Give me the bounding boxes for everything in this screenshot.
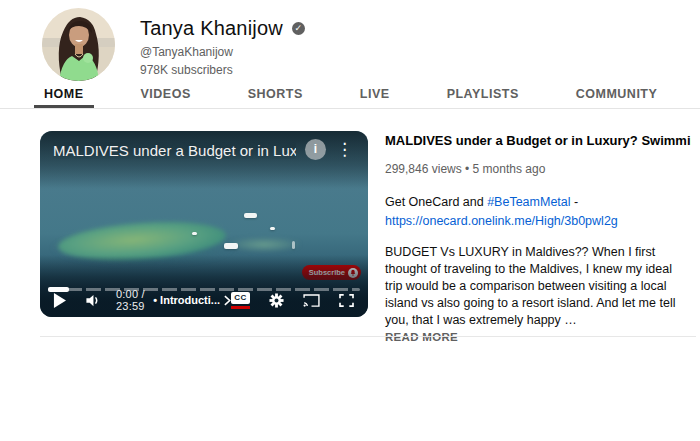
- channel-handle: @TanyaKhanijow: [140, 45, 305, 59]
- tab-playlists[interactable]: PLAYLISTS: [437, 83, 529, 108]
- captions-on-indicator: [231, 306, 250, 309]
- channel-avatar[interactable]: [42, 8, 115, 81]
- chapter-chevron-icon[interactable]: [224, 295, 231, 306]
- read-more-button[interactable]: READ MORE: [385, 331, 691, 343]
- settings-gear-icon[interactable]: [269, 293, 284, 308]
- boat: [270, 227, 275, 230]
- youtube-channel-page: { "header": { "channel_name": "Tanya Kha…: [0, 0, 700, 441]
- sandbar: [228, 237, 300, 252]
- featured-video-player[interactable]: MALDIVES under a Budget or in Luxu... i …: [40, 131, 368, 317]
- more-options-icon[interactable]: ⋮: [336, 139, 353, 160]
- hashtag-link[interactable]: #BeTeamMetal: [487, 195, 570, 209]
- promo-suffix: -: [571, 195, 579, 209]
- info-icon[interactable]: i: [305, 139, 326, 160]
- captions-button[interactable]: CC: [231, 292, 250, 309]
- fullscreen-icon[interactable]: [339, 294, 354, 307]
- tab-shorts[interactable]: SHORTS: [238, 83, 313, 108]
- video-info-column: MALDIVES under a Budget or in Luxury? Sw…: [385, 133, 691, 343]
- promo-text: Get OneCard and: [385, 195, 487, 209]
- channel-name: Tanya Khanijow: [140, 17, 283, 40]
- player-right-controls: CC: [231, 292, 354, 309]
- channel-header: Tanya Khanijow ✓ @TanyaKhanijow 978K sub…: [42, 8, 305, 81]
- boat: [244, 213, 257, 218]
- channel-tab-bar: HOME VIDEOS SHORTS LIVE PLAYLISTS COMMUN…: [0, 83, 700, 109]
- cc-icon: CC: [231, 292, 250, 304]
- boat: [224, 243, 238, 249]
- player-video-title[interactable]: MALDIVES under a Budget or in Luxu...: [53, 142, 296, 159]
- boat: [192, 232, 197, 235]
- subscriber-count: 978K subscribers: [140, 63, 305, 77]
- boat-wake: [292, 241, 295, 249]
- time-display: 0:00 / 23:59: [116, 288, 146, 312]
- channel-meta: Tanya Khanijow ✓ @TanyaKhanijow 978K sub…: [140, 8, 305, 81]
- promo-url-link[interactable]: https://onecard.onelink.me/High/3b0pwl2g: [385, 214, 618, 228]
- volume-icon[interactable]: [85, 293, 100, 308]
- video-title[interactable]: MALDIVES under a Budget or in Luxury? Sw…: [385, 133, 691, 148]
- tab-live[interactable]: LIVE: [350, 83, 400, 108]
- tab-videos[interactable]: VIDEOS: [131, 83, 201, 108]
- section-divider: [40, 336, 696, 337]
- verified-badge-icon: ✓: [292, 22, 305, 35]
- video-description: BUDGET Vs LUXURY in Maldives?? When I fi…: [385, 244, 681, 329]
- description-promo: Get OneCard and #BeTeamMetal - https://o…: [385, 193, 691, 231]
- tab-home[interactable]: HOME: [34, 83, 94, 108]
- avatar-image: [42, 8, 115, 81]
- video-meta: 299,846 views • 5 months ago: [385, 162, 691, 176]
- cast-icon[interactable]: [303, 294, 320, 307]
- player-controls: 0:00 / 23:59 • Introducti... CC: [40, 289, 368, 317]
- tab-community[interactable]: COMMUNITY: [566, 83, 668, 108]
- chapter-title[interactable]: • Introducti...: [153, 294, 220, 306]
- play-button[interactable]: [53, 293, 66, 308]
